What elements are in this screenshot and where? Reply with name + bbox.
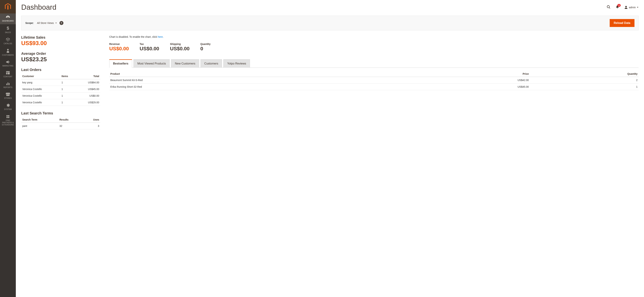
dashboard-tabs: BestsellersMost Viewed ProductsNew Custo…	[109, 59, 638, 68]
scope-bar: Scope: All Store Views ▼ ? Reload Data	[21, 16, 638, 30]
svg-rect-6	[8, 82, 8, 85]
megaphone-icon	[1, 60, 15, 64]
shipping-total: Shipping US$0.00	[170, 42, 190, 52]
nav-content[interactable]: CONTENT	[0, 69, 16, 80]
table-row[interactable]: Beaumont Summit Kit-S-RedUS$42.002	[109, 77, 638, 84]
notification-count: 3	[618, 4, 621, 7]
svg-rect-2	[6, 71, 10, 72]
layout-icon	[1, 71, 15, 75]
nav-stores[interactable]: STORES	[0, 91, 16, 102]
tab-bestsellers[interactable]: Bestsellers	[109, 59, 132, 68]
gear-icon	[1, 103, 15, 108]
table-row[interactable]: Veronica Costello1US$45.00	[21, 86, 100, 92]
tab-yotpo-reviews[interactable]: Yotpo Reviews	[223, 59, 250, 68]
nav-find-partners-extensions[interactable]: FIND PARTNERS & EXTENSIONS	[0, 113, 16, 128]
svg-rect-5	[6, 84, 7, 85]
lifetime-sales-stat: Lifetime Sales US$93.00	[21, 36, 100, 46]
last-search-table: Search Term Results Uses pant323	[21, 117, 100, 129]
last-orders-table: Customer Items Total key yang1US$64.00Ve…	[21, 73, 100, 106]
gauge-icon	[1, 15, 15, 19]
main-content: Dashboard 3 admin ▼ Scope: All Store Vie…	[16, 0, 644, 297]
svg-point-1	[7, 49, 9, 50]
page-header: Dashboard 3 admin ▼	[16, 0, 644, 13]
nav-sales[interactable]: $SALES	[0, 24, 16, 36]
magento-logo-icon	[5, 3, 11, 10]
storefront-icon	[1, 92, 15, 96]
magento-logo[interactable]	[0, 0, 16, 14]
totals-row: Revenue US$0.00 Tax US$0.00 Shipping US$…	[109, 42, 638, 52]
user-label: admin	[629, 6, 636, 9]
tab-new-customers[interactable]: New Customers	[171, 59, 199, 68]
table-row[interactable]: key yang1US$64.00	[21, 79, 100, 86]
cube-icon	[1, 38, 15, 42]
svg-line-9	[609, 8, 610, 8]
caret-down-icon: ▼	[637, 6, 638, 8]
partners-icon	[1, 114, 15, 119]
svg-point-8	[607, 6, 610, 8]
table-row[interactable]: Erika Running Short-32-RedUS$45.001	[109, 84, 638, 90]
last-orders-title: Last Orders	[21, 68, 100, 72]
nav-catalog[interactable]: CATALOG	[0, 36, 16, 47]
enable-chart-link[interactable]: here	[158, 36, 163, 38]
tab-most-viewed-products[interactable]: Most Viewed Products	[134, 59, 170, 68]
bestsellers-panel: Product Price Quantity Beaumont Summit K…	[109, 68, 638, 90]
nav-dashboard[interactable]: DASHBOARD	[0, 14, 16, 24]
search-icon[interactable]	[606, 5, 610, 10]
nav-customers[interactable]: CUSTOMERS	[0, 47, 16, 58]
page-title: Dashboard	[21, 3, 606, 11]
reload-data-button[interactable]: Reload Data	[610, 19, 634, 27]
bestsellers-table: Product Price Quantity Beaumont Summit K…	[109, 71, 638, 90]
person-icon	[1, 49, 15, 53]
scope-select[interactable]: All Store Views ▼	[37, 22, 57, 24]
scope-label: Scope:	[25, 22, 34, 24]
tax-total: Tax US$0.00	[140, 42, 159, 52]
average-order-stat: Average Order US$23.25	[21, 52, 100, 63]
nav-marketing[interactable]: MARKETING	[0, 58, 16, 69]
table-row[interactable]: Veronica Costello1US$0.00	[21, 92, 100, 99]
svg-rect-7	[9, 83, 10, 85]
table-row[interactable]: Veronica Costello1US$29.00	[21, 99, 100, 106]
user-menu[interactable]: admin ▼	[624, 6, 638, 9]
tab-customers[interactable]: Customers	[200, 59, 222, 68]
svg-rect-4	[8, 72, 10, 74]
nav-system[interactable]: SYSTEM	[0, 102, 16, 113]
nav-reports[interactable]: REPORTS	[0, 80, 16, 91]
bars-icon	[1, 82, 15, 86]
last-search-title: Last Search Terms	[21, 111, 100, 115]
revenue-total: Revenue US$0.00	[109, 42, 129, 52]
user-icon	[624, 6, 628, 9]
table-row[interactable]: pant323	[21, 123, 100, 129]
caret-down-icon: ▼	[55, 22, 57, 24]
dollar-icon: $	[1, 26, 15, 31]
svg-text:$: $	[7, 26, 9, 30]
svg-rect-3	[6, 72, 7, 74]
quantity-total: Quantity 0	[200, 42, 210, 52]
admin-sidebar: DASHBOARD$SALESCATALOGCUSTOMERSMARKETING…	[0, 0, 16, 297]
help-icon[interactable]: ?	[60, 21, 64, 25]
notifications-icon[interactable]: 3	[616, 5, 619, 10]
chart-disabled-note: Chart is disabled. To enable the chart, …	[109, 36, 638, 38]
